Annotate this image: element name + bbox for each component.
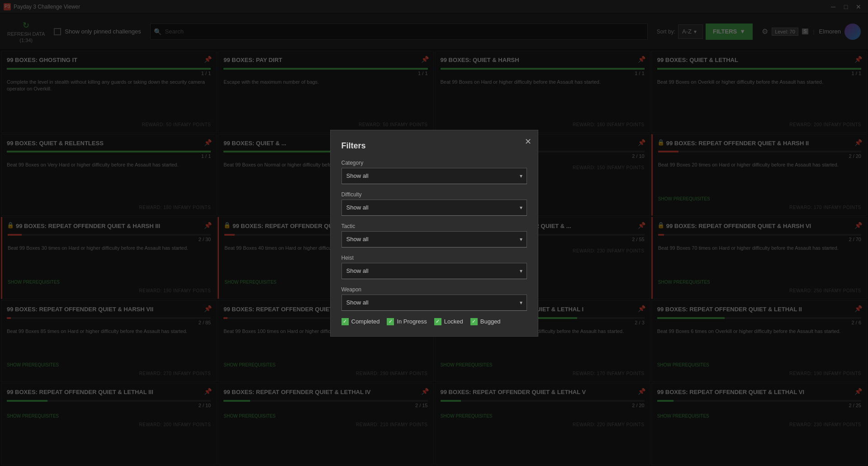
status-checkbox[interactable]: ✓ bbox=[470, 318, 478, 325]
category-filter-group: Category Show all ▾ bbox=[342, 160, 527, 184]
modal-overlay: Filters ✕ Category Show all ▾ Difficulty… bbox=[0, 0, 868, 466]
weapon-filter-group: Weapon Show all ▾ bbox=[342, 286, 527, 311]
tactic-label: Tactic bbox=[342, 223, 527, 229]
category-label: Category bbox=[342, 160, 527, 166]
tactic-filter-group: Tactic Show all ▾ bbox=[342, 223, 527, 247]
status-checkbox[interactable]: ✓ bbox=[342, 318, 349, 325]
filters-modal: Filters ✕ Category Show all ▾ Difficulty… bbox=[330, 130, 538, 337]
tactic-select[interactable]: Show all bbox=[342, 231, 527, 247]
weapon-select-wrap: Show all ▾ bbox=[342, 295, 527, 311]
status-checkbox[interactable]: ✓ bbox=[434, 318, 441, 325]
status-label: Completed bbox=[351, 318, 380, 325]
difficulty-select-wrap: Show all ▾ bbox=[342, 200, 527, 216]
category-select-wrap: Show all ▾ bbox=[342, 168, 527, 184]
category-select[interactable]: Show all bbox=[342, 168, 527, 184]
modal-close-button[interactable]: ✕ bbox=[525, 137, 531, 147]
status-filter-item[interactable]: ✓ Completed bbox=[342, 318, 380, 325]
difficulty-filter-group: Difficulty Show all ▾ bbox=[342, 191, 527, 216]
status-label: Bugged bbox=[480, 318, 501, 325]
status-checkbox[interactable]: ✓ bbox=[387, 318, 394, 325]
tactic-select-wrap: Show all ▾ bbox=[342, 231, 527, 247]
difficulty-label: Difficulty bbox=[342, 191, 527, 198]
weapon-select[interactable]: Show all bbox=[342, 295, 527, 311]
weapon-label: Weapon bbox=[342, 286, 527, 293]
status-filter-item[interactable]: ✓ Locked bbox=[434, 318, 463, 325]
status-filter-item[interactable]: ✓ In Progress bbox=[387, 318, 427, 325]
modal-title: Filters bbox=[342, 141, 527, 151]
heist-filter-group: Heist Show all ▾ bbox=[342, 255, 527, 279]
status-filter-item[interactable]: ✓ Bugged bbox=[470, 318, 501, 325]
status-label: Locked bbox=[444, 318, 463, 325]
heist-select[interactable]: Show all bbox=[342, 263, 527, 279]
status-label: In Progress bbox=[397, 318, 427, 325]
status-filter-row: ✓ Completed ✓ In Progress ✓ Locked ✓ Bug… bbox=[342, 318, 527, 325]
heist-select-wrap: Show all ▾ bbox=[342, 263, 527, 279]
difficulty-select[interactable]: Show all bbox=[342, 200, 527, 216]
heist-label: Heist bbox=[342, 255, 527, 261]
